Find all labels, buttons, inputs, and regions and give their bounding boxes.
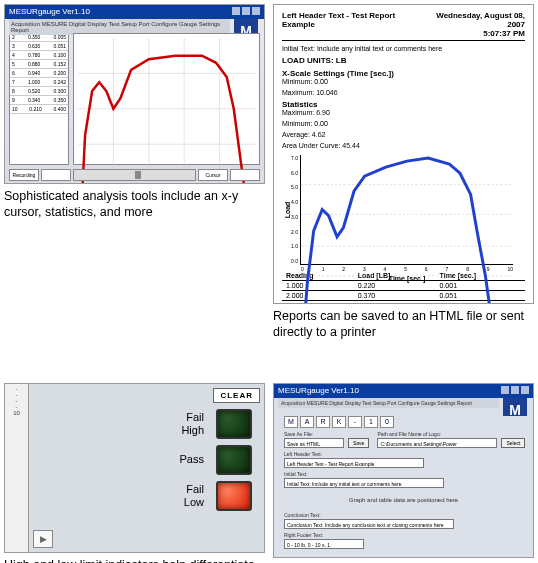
table-row: 40.7800.100	[10, 51, 68, 60]
pass-label: Pass	[164, 453, 204, 465]
x-ticks: 012345678910	[301, 266, 513, 272]
window-title: MESURgauge Ver1.10	[9, 7, 90, 17]
saveas-label: Save As File:	[284, 431, 344, 437]
x-axis-label: Time [sec.]	[389, 275, 425, 282]
y-ticks: 0.01.02.03.04.05.06.07.0	[291, 155, 298, 264]
table-row: 60.9400.200	[10, 69, 68, 78]
select-button[interactable]: Select	[501, 438, 525, 448]
window-titlebar: MESURgauge Ver1.10	[5, 5, 264, 19]
toolbar-glyph: 0	[380, 416, 394, 428]
left-header-input[interactable]: Left Header Text - Test Report Example	[284, 458, 424, 468]
report-screenshot: Left Header Text - Test Report Example W…	[273, 4, 534, 304]
saveas-select[interactable]: Save as HTML	[284, 438, 344, 448]
caption-analysis: Sophisticated analysis tools include an …	[4, 188, 265, 221]
analysis-chart	[73, 33, 260, 165]
cursor-value	[230, 169, 260, 181]
report-date: Wednesday, August 08, 2007	[436, 11, 525, 29]
play-icon[interactable]: ▶	[33, 530, 53, 548]
stats-title: Statistics	[282, 100, 525, 109]
brand-toolbar: MARK-10	[284, 416, 523, 428]
logo-path-label: Path and File Name of Logo:	[377, 431, 497, 437]
logo-path-input[interactable]: C:\Documents and Settings\Power User\MES…	[377, 438, 497, 448]
table-row: 90.3400.350	[10, 96, 68, 105]
toolbar-glyph: R	[316, 416, 330, 428]
window-titlebar: MESURgauge Ver1.10	[274, 384, 533, 398]
window-buttons	[230, 7, 260, 17]
y-axis-label: Load	[284, 201, 291, 218]
xscale-min: Minimum: 0.00	[282, 78, 525, 85]
table-row: 71.0000.242	[10, 78, 68, 87]
toolbar-glyph: -	[348, 416, 362, 428]
table-row: 100.2100.400	[10, 105, 68, 114]
window-buttons	[499, 386, 529, 396]
scale-value: 10	[7, 410, 26, 416]
toolbar-glyph: M	[284, 416, 298, 428]
table-row: 80.5200.300	[10, 87, 68, 96]
stats-max: Maximum: 6.90	[282, 109, 525, 116]
tab-strip: Acquisition MESURE Digital Display Test …	[278, 398, 499, 408]
report-header-left: Left Header Text - Test Report Example	[282, 11, 422, 38]
right-footer-label: Right Footer Text:	[284, 532, 523, 538]
stats-min: Minimum: 0.00	[282, 120, 525, 127]
initial-text-label: Initial Text:	[284, 471, 523, 477]
fail-low-label: Fail Low	[164, 483, 204, 507]
toolbar-glyph: K	[332, 416, 346, 428]
analysis-screenshot: MESURgauge Ver1.10 Acquisition MESURE Di…	[4, 4, 265, 184]
caption-report: Reports can be saved to an HTML file or …	[273, 308, 534, 341]
recording-label: Recording Number	[9, 169, 39, 181]
indicators-screenshot: ---- 10 CLEAR Fail High Pass Fail Low ▶	[4, 383, 265, 553]
recording-value	[41, 169, 71, 181]
left-header-label: Left Header Text:	[284, 451, 523, 457]
conclusion-label: Conclusion Text:	[284, 512, 523, 518]
table-row: 30.6300.051	[10, 42, 68, 51]
fail-high-led	[216, 409, 252, 439]
window-title: MESURgauge Ver1.10	[278, 386, 359, 396]
template-screenshot: MESURgauge Ver1.10 Acquisition MESURE Di…	[273, 383, 534, 558]
footer-bar: Recording Number Cursor	[9, 169, 260, 181]
slider	[73, 169, 196, 181]
left-scale: ---- 10	[5, 384, 29, 552]
xscale-max: Maximum: 10.046	[282, 89, 525, 96]
xscale-title: X-Scale Settings (Time [sec.])	[282, 69, 525, 78]
fail-high-label: Fail High	[164, 411, 204, 435]
graph-placeholder-note: Graph and table data are positioned here	[280, 491, 527, 509]
right-footer-input[interactable]: 0 - 10 lb, 0 - 10 s, 1	[284, 539, 364, 549]
initial-text: Initial Text: Include any initial text o…	[282, 45, 525, 52]
report-time: 5:07:37 PM	[483, 29, 525, 38]
data-table: 10.2100.00120.3500.00530.6300.05140.7800…	[9, 23, 69, 165]
cursor-label: Cursor	[198, 169, 228, 181]
load-units: LOAD UNITS: LB	[282, 56, 525, 65]
conclusion-input[interactable]: Conclusion Text: Include any conclusion …	[284, 519, 454, 529]
caption-indicators: High and low limit indicators help diffe…	[4, 557, 265, 564]
toolbar-glyph: A	[300, 416, 314, 428]
table-row: 50.8800.152	[10, 60, 68, 69]
stats-avg: Average: 4.62	[282, 131, 525, 138]
initial-text-input[interactable]: Initial Text: Include any initial text o…	[284, 478, 444, 488]
report-chart: 0.01.02.03.04.05.06.07.0 012345678910 Lo…	[300, 155, 513, 265]
save-button[interactable]: Save	[348, 438, 369, 448]
clear-button[interactable]: CLEAR	[213, 388, 260, 403]
toolbar-glyph: 1	[364, 416, 378, 428]
stats-auc: Area Under Curve: 45.44	[282, 142, 525, 149]
pass-led	[216, 445, 252, 475]
fail-low-led	[216, 481, 252, 511]
